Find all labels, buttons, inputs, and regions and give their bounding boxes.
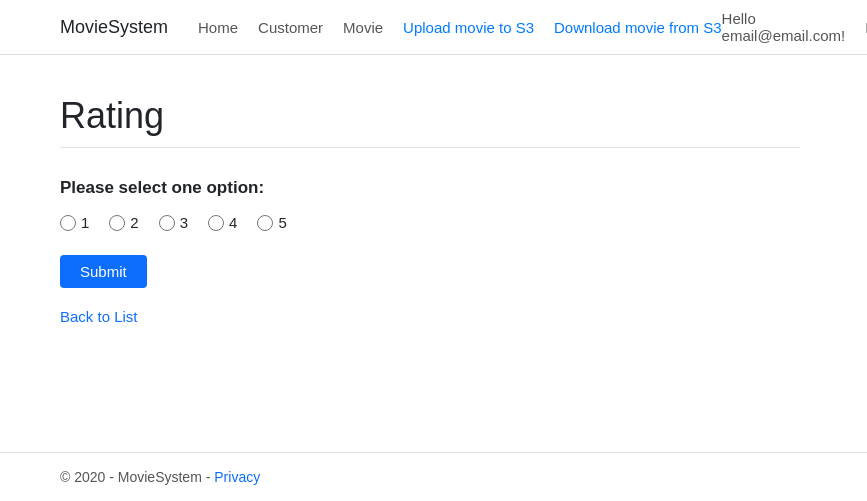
nav-hello: Hello email@email.com! bbox=[722, 10, 846, 44]
radio-option-3[interactable]: 3 bbox=[159, 214, 188, 231]
nav-right: Hello email@email.com! Logout bbox=[722, 10, 867, 44]
section-label: Please select one option: bbox=[60, 178, 800, 198]
nav-links: Home Customer Movie Upload movie to S3 D… bbox=[198, 19, 722, 36]
radio-5[interactable] bbox=[257, 215, 273, 231]
radio-label-1: 1 bbox=[81, 214, 89, 231]
radio-group: 1 2 3 4 5 bbox=[60, 214, 800, 231]
nav-brand[interactable]: MovieSystem bbox=[60, 17, 168, 38]
back-to-list-link[interactable]: Back to List bbox=[60, 308, 800, 325]
radio-4[interactable] bbox=[208, 215, 224, 231]
radio-option-5[interactable]: 5 bbox=[257, 214, 286, 231]
radio-option-1[interactable]: 1 bbox=[60, 214, 89, 231]
main-content: Rating Please select one option: 1 2 3 4… bbox=[0, 55, 860, 365]
radio-2[interactable] bbox=[109, 215, 125, 231]
radio-label-4: 4 bbox=[229, 214, 237, 231]
divider bbox=[60, 147, 800, 148]
radio-label-5: 5 bbox=[278, 214, 286, 231]
nav-customer[interactable]: Customer bbox=[258, 19, 323, 36]
radio-label-3: 3 bbox=[180, 214, 188, 231]
nav-movie[interactable]: Movie bbox=[343, 19, 383, 36]
radio-option-4[interactable]: 4 bbox=[208, 214, 237, 231]
radio-1[interactable] bbox=[60, 215, 76, 231]
radio-3[interactable] bbox=[159, 215, 175, 231]
nav-upload-movie[interactable]: Upload movie to S3 bbox=[403, 19, 534, 36]
submit-button[interactable]: Submit bbox=[60, 255, 147, 288]
page-title: Rating bbox=[60, 95, 800, 137]
radio-option-2[interactable]: 2 bbox=[109, 214, 138, 231]
nav-download-movie[interactable]: Download movie from S3 bbox=[554, 19, 722, 36]
radio-label-2: 2 bbox=[130, 214, 138, 231]
navbar: MovieSystem Home Customer Movie Upload m… bbox=[0, 0, 867, 55]
nav-home[interactable]: Home bbox=[198, 19, 238, 36]
